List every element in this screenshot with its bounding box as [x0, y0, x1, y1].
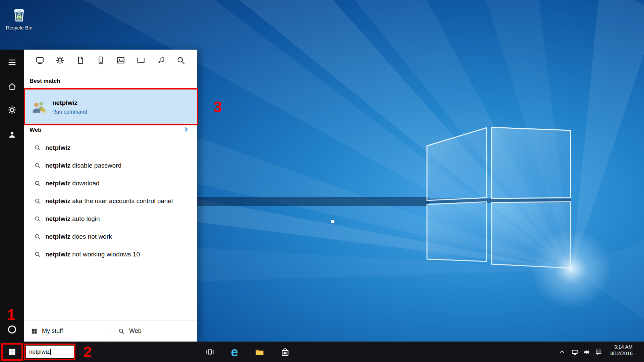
task-view-button[interactable] [203, 342, 217, 362]
web-section-header: Web [30, 127, 42, 133]
search-suggestion[interactable]: netplwiz download [24, 174, 197, 192]
edge-icon: e [231, 346, 238, 358]
taskbar: netplwiz e 3:14 AM 3/12/2016 [0, 342, 644, 362]
filter-phone-button[interactable] [93, 53, 108, 68]
store-icon [280, 347, 290, 357]
videos-icon [137, 56, 145, 65]
volume-icon [583, 349, 590, 356]
mouse-cursor [331, 220, 334, 223]
taskbar-clock[interactable]: 3:14 AM 3/12/2016 [610, 344, 633, 356]
search-icon [34, 144, 41, 151]
cortana-ring-icon [8, 325, 16, 334]
chevron-right-icon [182, 126, 190, 133]
search-icon [34, 162, 41, 169]
web-suggestions-list: netplwiz netplwiz disable password netpl… [24, 139, 197, 263]
search-icon [118, 328, 125, 335]
web-label: Web [129, 327, 142, 335]
task-view-icon [205, 347, 215, 357]
text-caret [50, 349, 51, 355]
search-icon [34, 251, 41, 258]
best-match-result[interactable]: netplwiz Run command [24, 89, 197, 124]
search-icon [34, 180, 41, 187]
chevron-up-icon [559, 349, 565, 355]
user-icon [8, 130, 16, 139]
my-stuff-button[interactable]: My stuff [24, 320, 110, 342]
tray-expand-button[interactable] [558, 348, 567, 356]
footer-divider [110, 323, 110, 339]
search-icon [34, 233, 41, 240]
phone-icon [96, 56, 105, 65]
start-button[interactable] [5, 342, 19, 362]
file-explorer-button[interactable] [252, 342, 267, 362]
web-search-button[interactable]: Web [110, 320, 142, 342]
settings-icon [56, 56, 64, 65]
documents-icon [76, 56, 85, 65]
result-subtitle: Run command [52, 109, 87, 115]
filter-search-button[interactable] [173, 53, 188, 68]
result-title: netplwiz [52, 99, 87, 107]
display-icon [571, 349, 578, 356]
windows-logo-icon [31, 328, 38, 335]
store-button[interactable] [278, 342, 292, 362]
start-sidebar [0, 50, 24, 342]
search-panel-footer: My stuff Web [24, 320, 197, 342]
taskbar-search-input[interactable]: netplwiz [26, 346, 74, 358]
clock-date: 3/12/2016 [610, 350, 633, 356]
search-suggestion[interactable]: netplwiz not working windows 10 [24, 245, 197, 263]
clock-time: 3:14 AM [610, 344, 633, 350]
edge-button[interactable]: e [227, 342, 242, 362]
file-explorer-icon [255, 347, 264, 357]
user-accounts-icon [31, 99, 47, 115]
windows-desktop: Recycle Bin Best match netplwiz Run comm [0, 0, 644, 362]
search-suggestion[interactable]: netplwiz disable password [24, 157, 197, 174]
recycle-bin[interactable]: Recycle Bin [4, 4, 35, 31]
search-icon [34, 198, 41, 204]
tray-display-button[interactable] [570, 348, 579, 356]
accounts-button[interactable] [5, 127, 19, 142]
settings-button[interactable] [5, 103, 19, 117]
web-expand-button[interactable] [182, 126, 190, 133]
apps-icon [36, 56, 44, 65]
filter-apps-button[interactable] [33, 53, 47, 68]
search-input-value: netplwiz [29, 349, 50, 355]
my-stuff-label: My stuff [42, 327, 63, 335]
action-center-icon [595, 349, 602, 356]
home-button[interactable] [5, 79, 19, 94]
photos-icon [116, 56, 125, 65]
filter-photos-button[interactable] [113, 53, 128, 68]
cortana-button[interactable] [5, 322, 19, 337]
start-icon [8, 348, 16, 356]
music-icon [157, 56, 165, 65]
search-suggestion[interactable]: netplwiz [24, 139, 197, 157]
best-match-header: Best match [30, 78, 60, 84]
settings-icon [8, 106, 16, 114]
action-center-button[interactable] [594, 348, 603, 356]
search-filter-row [24, 50, 197, 71]
filter-documents-button[interactable] [73, 53, 88, 68]
search-suggestion[interactable]: netplwiz auto login [24, 210, 197, 228]
recycle-bin-label: Recycle Bin [4, 25, 35, 31]
search-suggestion[interactable]: netplwiz does not work [24, 228, 197, 245]
filter-settings-button[interactable] [53, 53, 67, 68]
filter-videos-button[interactable] [133, 53, 148, 68]
tray-volume-button[interactable] [582, 348, 591, 356]
home-icon [8, 82, 16, 91]
menu-button[interactable] [5, 55, 19, 70]
menu-icon [7, 58, 17, 67]
filter-music-button[interactable] [154, 53, 168, 68]
search-suggestion[interactable]: netplwiz aka the user accounts control p… [24, 192, 197, 210]
search-icon [176, 56, 185, 65]
recycle-bin-icon [9, 4, 29, 23]
search-icon [34, 216, 41, 222]
